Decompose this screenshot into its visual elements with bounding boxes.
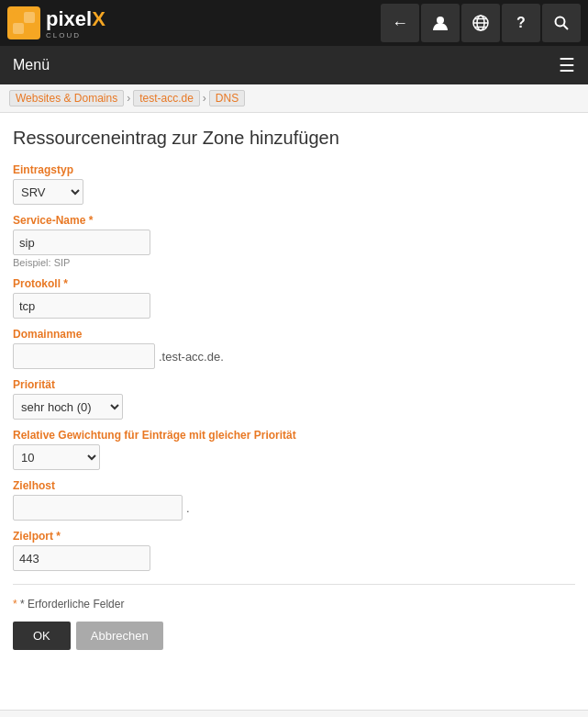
svg-point-10 [556, 17, 565, 27]
svg-point-4 [437, 17, 444, 24]
breadcrumb-domain[interactable]: test-acc.de [133, 90, 200, 106]
domain-input-row: .test-acc.de. [13, 343, 575, 369]
zielport-label: Zielport * [13, 530, 575, 543]
main-content: Ressourceneintrag zur Zone hinzufügen Ei… [0, 113, 588, 710]
logo-text-block: pixelX CLOUD [46, 7, 105, 39]
ok-button[interactable]: OK [13, 622, 71, 650]
zielhost-row: . [13, 495, 575, 521]
back-button[interactable]: ← [381, 4, 419, 42]
breadcrumb-dns[interactable]: DNS [209, 90, 245, 106]
zielport-input[interactable] [13, 545, 150, 571]
logo: pixelX CLOUD [7, 6, 105, 39]
zielport-group: Zielport * [13, 530, 575, 571]
breadcrumb-websites[interactable]: Websites & Domains [9, 90, 124, 106]
service-name-group: Service-Name * Beispiel: SIP [13, 214, 575, 268]
zielhost-group: Zielhost . [13, 479, 575, 521]
header-icons: ← ? [381, 4, 581, 42]
hamburger-button[interactable]: ☰ [559, 54, 575, 76]
button-row: OK Abbrechen [13, 622, 575, 650]
zielhost-input[interactable] [13, 495, 183, 521]
eintragstyp-select[interactable]: SRV A AAAA CNAME MX TXT NS [13, 179, 83, 205]
header: pixelX CLOUD ← ? [0, 0, 588, 46]
required-note: * * Erforderliche Felder [13, 598, 575, 611]
service-name-hint: Beispiel: SIP [13, 257, 575, 268]
domainname-group: Domainname .test-acc.de. [13, 328, 575, 369]
logo-icon [7, 6, 40, 39]
svg-rect-3 [24, 23, 35, 34]
service-name-label: Service-Name * [13, 214, 575, 227]
prioritaet-select[interactable]: sehr hoch (0) hoch (10) mittel (20) nied… [13, 394, 123, 420]
page-title: Ressourceneintrag zur Zone hinzufügen [13, 128, 575, 149]
svg-rect-0 [13, 12, 24, 23]
svg-line-11 [564, 26, 569, 30]
svg-rect-2 [13, 23, 24, 34]
divider [13, 584, 575, 585]
prioritaet-group: Priorität sehr hoch (0) hoch (10) mittel… [13, 378, 575, 420]
gewichtung-select[interactable]: 10 0 5 20 50 100 [13, 444, 100, 470]
protokoll-input[interactable] [13, 293, 150, 319]
prioritaet-label: Priorität [13, 378, 575, 391]
domainname-label: Domainname [13, 328, 575, 341]
protokoll-label: Protokoll * [13, 277, 575, 290]
eintragstyp-label: Eintragstyp [13, 163, 575, 176]
help-button[interactable]: ? [502, 4, 540, 42]
globe-button[interactable] [461, 4, 500, 42]
svg-rect-1 [24, 12, 35, 23]
service-name-input[interactable] [13, 230, 150, 255]
user-button[interactable] [421, 4, 460, 42]
domainname-input[interactable] [13, 343, 155, 369]
gewichtung-group: Relative Gewichtung für Einträge mit gle… [13, 429, 575, 470]
search-button[interactable] [542, 4, 581, 42]
navbar: Menü ☰ [0, 46, 588, 84]
breadcrumb: Websites & Domains › test-acc.de › DNS [0, 84, 588, 113]
gewichtung-label: Relative Gewichtung für Einträge mit gle… [13, 429, 575, 442]
zielhost-dot: . [186, 501, 190, 515]
cancel-button[interactable]: Abbrechen [76, 622, 163, 650]
protokoll-group: Protokoll * [13, 277, 575, 319]
eintragstyp-group: Eintragstyp SRV A AAAA CNAME MX TXT NS [13, 163, 575, 205]
footer: plesk.com [0, 710, 588, 717]
zielhost-label: Zielhost [13, 479, 575, 492]
navbar-title: Menü [13, 57, 50, 73]
domain-suffix: .test-acc.de. [159, 350, 224, 364]
